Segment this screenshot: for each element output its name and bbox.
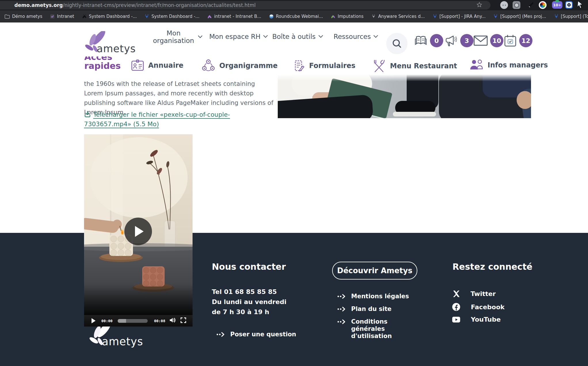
volume-icon (169, 317, 176, 323)
bookmark-demo-ametys[interactable]: Démo ametys (5, 14, 42, 19)
address-bar[interactable]: demo.ametys.org/nightly-intranet-cms/pre… (0, 1, 490, 10)
video-progress-bar[interactable] (118, 319, 148, 323)
nav-boite-a-outils[interactable]: Boîte à outils (272, 33, 323, 40)
contact-hours: de 7 h 30 à 19 h (212, 308, 269, 316)
messages-count: 10 (490, 34, 503, 47)
arrow-link-icon (337, 319, 347, 324)
bookmark-roundcube[interactable]: Roundcube Webmai... (269, 14, 323, 19)
search-icon (392, 38, 402, 49)
tab-counter-badge[interactable]: 10+ (552, 1, 562, 9)
url-path: /nightly-intranet-cms/preview/intranet/f… (63, 2, 256, 8)
ametys-leaf-icon (207, 14, 212, 19)
chevron-down-icon (198, 35, 202, 38)
bookmark-system-dashboard-1[interactable]: System Dashboard -... (82, 14, 137, 19)
arrow-link-icon (216, 332, 226, 337)
social-facebook[interactable]: Facebook (452, 303, 505, 311)
bookmark-intranet-b[interactable]: intranet - Intranet B... (207, 14, 261, 19)
o-extension-icon[interactable] (565, 1, 573, 9)
folder-icon (5, 14, 10, 19)
bookmark-system-dashboard-2[interactable]: System Dashboard -... (144, 14, 199, 19)
announcements-count: 3 (460, 34, 473, 47)
contact-phone: Tel 01 68 85 85 85 (212, 288, 277, 295)
bookmarks-bar: Démo ametys Intranet System Dashboard -.… (0, 10, 588, 22)
nav-mon-organisation[interactable]: Mon organisation (152, 29, 202, 44)
video-player[interactable]: 00:00 00:08 (84, 134, 193, 327)
blue-v-icon (433, 14, 437, 19)
video-buffered (118, 319, 126, 323)
quicklink-menu-restaurant[interactable]: Menu Restaurant (372, 59, 457, 73)
browser-topbar: demo.ametys.org/nightly-intranet-cms/pre… (0, 0, 588, 10)
blue-v-icon (493, 14, 498, 19)
volume-button[interactable] (169, 317, 176, 324)
video-controls: 00:00 00:08 (84, 315, 193, 327)
envelope-icon (473, 35, 488, 46)
color-wheel-extension-icon[interactable] (539, 1, 547, 9)
browser-window: demo.ametys.org/nightly-intranet-cms/pre… (0, 0, 588, 366)
announcements-badge[interactable]: 3 (444, 34, 473, 47)
connected-title: Restez connecté (452, 262, 532, 272)
x-twitter-icon (452, 290, 460, 298)
video-play-button[interactable] (92, 318, 96, 323)
bookmark-anyware-services[interactable]: Anyware Services d... (371, 14, 425, 19)
youtube-icon (452, 316, 460, 323)
profile-icon[interactable] (500, 1, 508, 9)
quicklink-organigramme[interactable]: Organigramme (201, 59, 277, 72)
bookmark-support-tous-les[interactable]: [Support] (Tous les... (554, 14, 588, 19)
quick-access-title: Accèsrapides (84, 56, 121, 75)
eyedropper-extension-icon[interactable] (526, 1, 534, 9)
bookmark-intranet[interactable]: Intranet (50, 14, 74, 19)
social-youtube[interactable]: YouTube (452, 316, 501, 323)
id-card-icon (131, 59, 144, 72)
form-icon (293, 59, 305, 72)
footer-brand-text: ametys (102, 335, 143, 348)
nav-mon-espace-rh[interactable]: Mon espace RH (209, 33, 268, 40)
calendar-badge[interactable]: 12 (504, 34, 532, 47)
people-icon (469, 59, 484, 71)
arrow-link-icon (337, 294, 347, 299)
chevron-down-icon (319, 35, 323, 38)
arrow-link-icon (337, 307, 347, 312)
search-button[interactable] (386, 33, 408, 54)
footer-link-plan-du-site[interactable]: Plan du site (337, 305, 391, 313)
article-photo (278, 74, 531, 118)
bookmark-imputations[interactable]: Imputations (331, 14, 364, 19)
mouse-cursor-icon (577, 1, 585, 10)
orgchart-icon (201, 59, 215, 72)
fullscreen-button[interactable] (180, 317, 187, 325)
gray-v-icon (371, 14, 376, 19)
news-badge[interactable]: 0 (414, 34, 443, 47)
brand-text: ametys (97, 43, 136, 54)
download-icon (84, 111, 91, 120)
green-purple-leaf-icon (331, 14, 335, 19)
intranet-page: ametys Mon organisation Mon espace RH Bo… (0, 22, 588, 366)
bookmark-support-mes-projets[interactable]: [Support] (Mes proj... (493, 14, 546, 19)
messages-badge[interactable]: 10 (473, 34, 503, 47)
newspaper-icon (414, 34, 428, 47)
video-duration: 00:08 (154, 319, 165, 323)
blue-v-icon (554, 14, 559, 19)
download-file-link[interactable]: Télécharger le fichier «pexels-cup-of-co… (84, 110, 265, 129)
tab-counter-label: 10+ (553, 3, 562, 7)
play-icon (135, 226, 144, 237)
contact-title: Nous contacter (212, 262, 286, 272)
nav-ressources[interactable]: Ressources (334, 33, 378, 40)
video-play-overlay[interactable] (124, 218, 152, 245)
quicklink-annuaire[interactable]: Annuaire (131, 59, 183, 72)
social-twitter[interactable]: Twitter (452, 290, 496, 298)
ask-question-link[interactable]: Poser une question (216, 331, 296, 338)
cutlery-icon (372, 59, 386, 73)
bookmark-star-icon[interactable] (476, 2, 482, 9)
calendar-count: 12 (519, 34, 532, 47)
screenshot-extension-icon[interactable] (513, 1, 520, 9)
discover-ametys-button[interactable]: Découvrir Ametys (332, 262, 417, 280)
url-host: demo.ametys.org (14, 2, 63, 8)
footer-link-mentions-legales[interactable]: Mentions légales (337, 293, 409, 300)
news-count: 0 (430, 34, 443, 47)
quicklink-infos-managers[interactable]: Infos managers (469, 59, 548, 71)
window-check-icon (50, 14, 55, 19)
quicklink-formulaires[interactable]: Formulaires (293, 59, 355, 72)
footer-link-conditions[interactable]: Conditions générales d'utilisation (337, 318, 404, 340)
ametys-logo[interactable]: ametys (82, 31, 137, 57)
bookmark-support-jira[interactable]: [Support] - JIRA Any... (433, 14, 486, 19)
calendar-icon (504, 34, 517, 47)
